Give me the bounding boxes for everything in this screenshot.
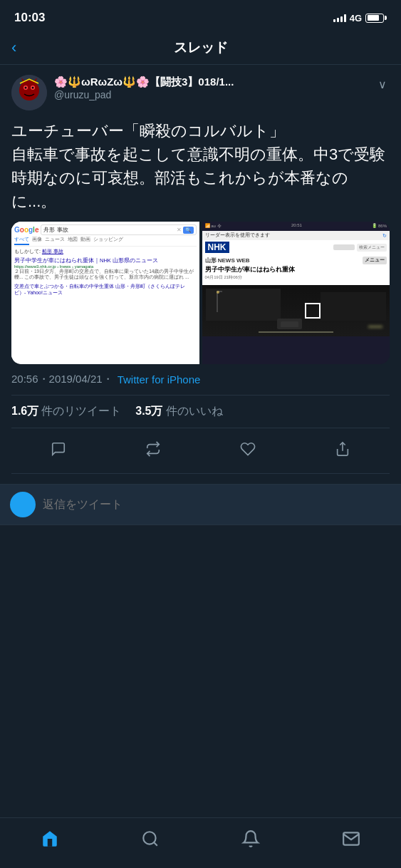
reply-input-area — [0, 485, 401, 525]
network-label: 4G — [350, 13, 362, 24]
tweet-user-info: 🌸🔱ωRωZω🔱🌸【闘技3】018/1... @uruzu_pad — [54, 75, 368, 100]
like-label: 件のいいね — [166, 404, 223, 419]
svg-line-8 — [154, 842, 157, 846]
battery-fill — [368, 15, 380, 21]
tweet-header: 🌸🔱ωRωZω🔱🌸【闘技3】018/1... @uruzu_pad ∨ — [11, 75, 390, 110]
tweet-source: Twitter for iPhone — [118, 373, 201, 386]
bottom-nav — [0, 817, 401, 868]
status-icons: 4G — [333, 13, 387, 24]
tweet-body: ユーチューバー「瞬殺のコルバルト」 自転車で事故を起こして意識不明の重体。中3で… — [11, 119, 390, 213]
like-action[interactable] — [234, 435, 261, 466]
tweet-stats: 1.6万 件のリツイート 3.5万 件のいいね — [11, 395, 390, 428]
svg-point-5 — [32, 87, 34, 89]
svg-point-4 — [25, 87, 27, 89]
display-name: 🌸🔱ωRωZω🔱🌸【闘技3】018/1... — [54, 75, 368, 89]
like-count: 3.5万 — [135, 404, 162, 419]
tweet-container: 🌸🔱ωRωZω🔱🌸【闘技3】018/1... @uruzu_pad ∨ ユーチュ… — [0, 65, 401, 485]
retweet-label: 件のリツイート — [41, 404, 121, 419]
nav-home[interactable] — [29, 827, 71, 851]
tweet-timestamp: 20:56・2019/04/21・ — [11, 373, 113, 386]
reply-action[interactable] — [45, 435, 72, 466]
retweet-action[interactable] — [140, 435, 167, 466]
header: ‹ スレッド — [0, 31, 401, 65]
battery-tip — [385, 16, 387, 20]
signal-bar-2 — [337, 18, 339, 22]
back-button[interactable]: ‹ — [11, 38, 16, 57]
google-search-image: G o o g l e 舟形 事故 ✕ 🔍 すべて — [11, 222, 199, 364]
svg-point-1 — [19, 81, 39, 100]
header-title: スレッド — [174, 38, 228, 57]
battery-icon — [365, 14, 387, 23]
status-bar: 10:03 4G — [0, 0, 401, 31]
avatar — [11, 75, 47, 110]
status-time: 10:03 — [14, 11, 45, 25]
reply-input[interactable] — [43, 498, 391, 511]
username: @uruzu_pad — [54, 89, 368, 100]
signal-bar-3 — [340, 16, 343, 22]
signal-bars — [333, 14, 346, 22]
tweet-meta: 20:56・2019/04/21・ Twitter for iPhone — [11, 373, 390, 386]
battery-body — [365, 14, 384, 23]
retweet-stat: 1.6万 件のリツイート — [11, 404, 121, 419]
nhk-news-image: 📶 au 令 20:51 🔋 86% リーダー表示を使用できます ↻ NHK 検… — [202, 222, 390, 364]
share-action[interactable] — [329, 435, 356, 466]
action-bar — [11, 428, 390, 474]
image-grid[interactable]: G o o g l e 舟形 事故 ✕ 🔍 すべて — [11, 222, 390, 364]
like-stat: 3.5万 件のいいね — [135, 404, 222, 419]
reply-avatar — [10, 492, 36, 517]
signal-bar-1 — [333, 19, 335, 22]
svg-point-7 — [143, 832, 155, 844]
nav-messages[interactable] — [330, 827, 372, 851]
chevron-down-icon[interactable]: ∨ — [375, 75, 390, 94]
signal-bar-4 — [344, 14, 346, 22]
retweet-count: 1.6万 — [11, 404, 38, 419]
nav-notifications[interactable] — [230, 827, 271, 851]
nav-search[interactable] — [130, 827, 171, 851]
